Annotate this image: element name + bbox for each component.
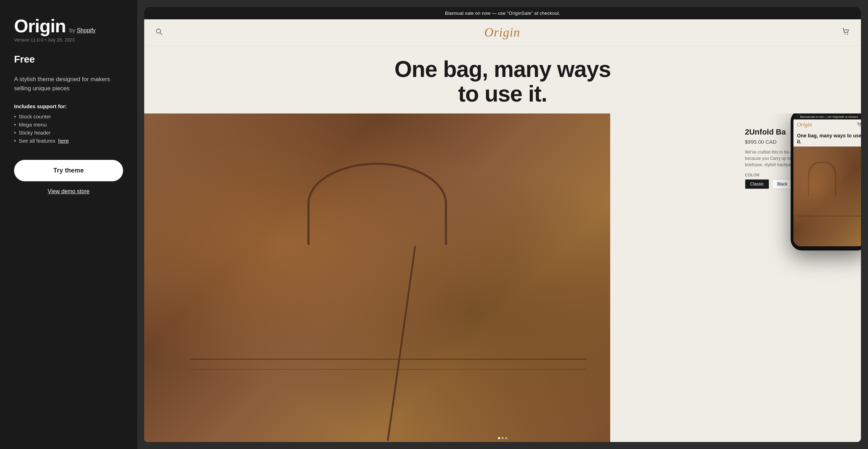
dot-3 bbox=[505, 437, 507, 439]
support-list: Stock counter Mega menu Sticky header Se… bbox=[14, 113, 123, 146]
list-item-stock: Stock counter bbox=[14, 113, 123, 119]
svg-point-3 bbox=[847, 33, 848, 34]
svg-point-4 bbox=[859, 125, 859, 126]
dot-1 bbox=[498, 437, 500, 439]
phone-mockup: Biannual sale on now — use 'OriginSale' … bbox=[791, 113, 861, 250]
svg-line-1 bbox=[160, 33, 162, 35]
bag-zipper bbox=[191, 359, 587, 360]
theme-name: Origin bbox=[14, 17, 66, 35]
phone-bag-zipper bbox=[797, 216, 861, 216]
features-link[interactable]: here bbox=[58, 138, 69, 144]
store-cart-icon[interactable] bbox=[842, 28, 850, 37]
phone-hero-text: One bag, many ways to use it. bbox=[793, 130, 861, 147]
phone-screen: Biannual sale on now — use 'OriginSale' … bbox=[793, 114, 861, 246]
shopify-link[interactable]: Shopify bbox=[77, 27, 95, 33]
price-tag: Free bbox=[14, 54, 123, 65]
list-item-sticky: Sticky header bbox=[14, 130, 123, 136]
theme-description: A stylish theme designed for makers sell… bbox=[14, 75, 123, 93]
svg-point-5 bbox=[860, 125, 861, 126]
list-item-stock-label: Stock counter bbox=[19, 113, 51, 119]
store-header: Origin bbox=[144, 19, 861, 46]
support-heading: Includes support for: bbox=[14, 103, 123, 109]
dots-indicator bbox=[144, 437, 861, 439]
hero-headline: One bag, many ways to use it. bbox=[144, 46, 861, 113]
dot-2 bbox=[502, 437, 504, 439]
phone-cart-icon bbox=[857, 122, 861, 128]
bag-zipper2 bbox=[191, 369, 587, 370]
phone-logo: Origin bbox=[797, 122, 812, 128]
phone-header: Origin bbox=[793, 119, 861, 130]
bag-handle bbox=[307, 163, 447, 245]
hero-line1: One bag, many ways bbox=[394, 57, 611, 82]
announcement-bar: Biannual sale on now — use "OriginSale" … bbox=[144, 7, 861, 19]
bag-image bbox=[144, 113, 610, 442]
by-shopify-text: by Shopify bbox=[69, 27, 96, 34]
color-classic-btn[interactable]: Classic bbox=[745, 179, 769, 189]
list-item-mega-label: Mega menu bbox=[19, 122, 46, 128]
list-item-features[interactable]: See all features here bbox=[14, 138, 123, 144]
hero-line2: to use it. bbox=[458, 81, 547, 106]
list-item-mega: Mega menu bbox=[14, 122, 123, 128]
by-label: by bbox=[69, 27, 75, 33]
bag-strap bbox=[387, 246, 416, 441]
list-item-sticky-label: Sticky header bbox=[19, 130, 51, 136]
theme-title-row: Origin by Shopify bbox=[14, 17, 123, 35]
store-logo: Origin bbox=[484, 25, 520, 40]
hero-content-area: 2Unfold Ba $995.00 CAD We've crafted thi… bbox=[144, 113, 861, 442]
right-panel: Biannual sale on now — use "OriginSale" … bbox=[137, 0, 868, 449]
color-black-btn[interactable]: Black bbox=[772, 179, 793, 189]
try-theme-button[interactable]: Try theme bbox=[14, 160, 123, 181]
version-info: Version 11.0.0 • July 26, 2023 bbox=[14, 37, 123, 43]
svg-point-0 bbox=[157, 29, 161, 33]
phone-bag-handle bbox=[808, 162, 837, 196]
left-panel: Origin by Shopify Version 11.0.0 • July … bbox=[0, 0, 137, 449]
hero-section: One bag, many ways to use it. 2Unfold Ba… bbox=[144, 46, 861, 442]
phone-announcement: Biannual sale on now — use 'OriginSale' … bbox=[793, 114, 861, 119]
svg-point-2 bbox=[844, 33, 845, 34]
phone-bag-image bbox=[793, 147, 861, 246]
view-demo-button[interactable]: View demo store bbox=[14, 188, 123, 195]
store-search-icon[interactable] bbox=[155, 28, 162, 37]
browser-frame: Biannual sale on now — use "OriginSale" … bbox=[144, 7, 861, 442]
